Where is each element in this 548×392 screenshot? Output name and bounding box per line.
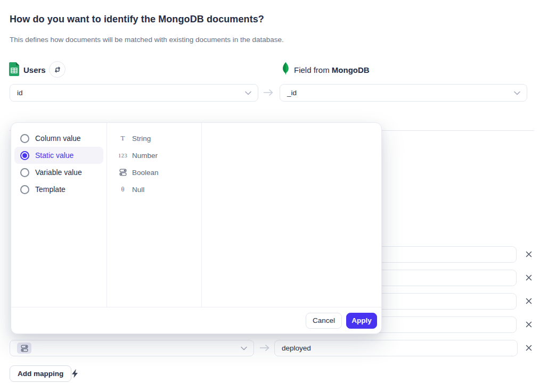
radio-icon[interactable] xyxy=(20,134,29,143)
remove-mapping-button[interactable] xyxy=(525,250,533,258)
null-icon: θ xyxy=(118,186,127,194)
source-field-value: id xyxy=(17,89,23,97)
chevron-down-icon xyxy=(245,89,251,97)
page-subtitle: This defines how documents will be match… xyxy=(10,36,284,44)
boolean-icon xyxy=(17,343,31,354)
value-type-option-column-value[interactable]: Column value xyxy=(14,130,103,147)
chevron-down-icon xyxy=(241,344,247,352)
value-type-option-static-value[interactable]: Static value xyxy=(14,147,103,164)
string-icon: T xyxy=(118,134,127,143)
value-type-label: Template xyxy=(35,185,66,194)
remove-mapping-button[interactable] xyxy=(525,297,533,305)
target-field-value: _id xyxy=(287,89,297,97)
radio-icon[interactable] xyxy=(20,168,29,177)
target-field-select[interactable]: _id xyxy=(280,84,527,102)
data-type-option-number[interactable]: 123 Number xyxy=(107,147,201,164)
chevron-down-icon xyxy=(514,89,520,97)
value-type-label: Column value xyxy=(35,134,81,143)
data-type-column: T String 123 Number xyxy=(107,123,202,307)
value-type-option-template[interactable]: Template xyxy=(14,181,103,198)
target-app-name: MongoDB xyxy=(332,65,370,74)
value-type-label: Variable value xyxy=(35,168,82,177)
add-mapping-button[interactable]: Add mapping xyxy=(10,365,71,382)
data-type-label: Null xyxy=(132,186,144,194)
data-type-label: Number xyxy=(132,152,158,160)
repeat-swap-icon xyxy=(54,66,61,73)
boolean-icon xyxy=(118,169,127,176)
modal-body: Column value Static value Variable value… xyxy=(11,123,381,307)
cancel-button[interactable]: Cancel xyxy=(306,313,342,329)
data-type-label: Boolean xyxy=(132,169,159,177)
apply-button[interactable]: Apply xyxy=(346,313,377,329)
mapping-target-value[interactable] xyxy=(282,344,511,352)
source-field-select[interactable]: id xyxy=(10,84,258,102)
static-value-modal: Column value Static value Variable value… xyxy=(11,122,382,334)
data-type-label: String xyxy=(132,135,151,143)
target-field-prefix: Field from xyxy=(294,65,332,74)
number-icon: 123 xyxy=(118,153,127,159)
lightning-bolt-icon[interactable] xyxy=(71,369,78,380)
target-field-label: Field from MongoDB xyxy=(294,65,370,74)
mongodb-leaf-icon xyxy=(282,62,289,78)
value-type-column: Column value Static value Variable value… xyxy=(11,123,107,307)
arrow-right-icon xyxy=(259,344,270,354)
remove-mapping-button[interactable] xyxy=(525,344,533,352)
data-type-option-string[interactable]: T String xyxy=(107,130,201,147)
arrow-right-icon xyxy=(263,89,274,98)
radio-icon[interactable] xyxy=(20,185,29,194)
data-type-option-boolean[interactable]: Boolean xyxy=(107,164,201,181)
data-type-option-null[interactable]: θ Null xyxy=(107,181,201,198)
mapping-target-input[interactable] xyxy=(274,340,518,356)
source-table-name: Users xyxy=(23,65,46,74)
value-type-label: Static value xyxy=(35,151,73,160)
page-title: How do you want to identify the MongoDB … xyxy=(10,14,264,25)
swap-source-button[interactable] xyxy=(49,61,66,78)
modal-footer: Cancel Apply xyxy=(11,307,381,333)
radio-selected-icon[interactable] xyxy=(20,151,29,160)
mapping-source-select[interactable] xyxy=(10,340,254,356)
value-type-option-variable-value[interactable]: Variable value xyxy=(14,164,103,181)
value-editor-area xyxy=(202,123,381,307)
sheets-table-icon xyxy=(9,62,20,78)
remove-mapping-button[interactable] xyxy=(525,273,533,282)
remove-mapping-button[interactable] xyxy=(525,320,533,329)
